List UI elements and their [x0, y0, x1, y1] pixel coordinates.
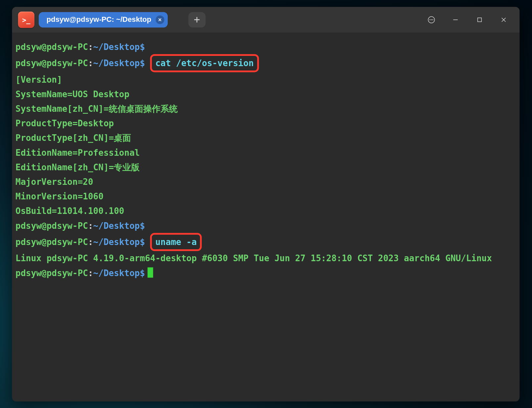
- prompt-sigil: $: [140, 42, 145, 52]
- ellipsis-circle-icon: [427, 16, 435, 23]
- terminal-viewport[interactable]: pdsyw@pdsyw-PC:~/Desktop$pdsyw@pdsyw-PC:…: [12, 33, 519, 401]
- prompt-path: ~/Desktop: [93, 268, 140, 278]
- prompt-sigil: $: [140, 237, 145, 247]
- terminal-output-line: MinorVersion=1060: [16, 189, 516, 204]
- plus-icon: +: [194, 14, 200, 26]
- terminal-output-line: SystemName[zh_CN]=统信桌面操作系统: [16, 102, 516, 116]
- prompt-user: pdsyw@pdsyw-PC: [16, 42, 88, 52]
- prompt-user: pdsyw@pdsyw-PC: [16, 268, 88, 278]
- terminal-output-line: SystemName=UOS Desktop: [16, 87, 516, 102]
- prompt-user: pdsyw@pdsyw-PC: [16, 58, 88, 68]
- prompt-user: pdsyw@pdsyw-PC: [16, 237, 88, 247]
- terminal-output-line: ProductType[zh_CN]=桌面: [16, 131, 516, 145]
- highlighted-command: uname -a: [150, 233, 202, 251]
- prompt-path: ~/Desktop: [93, 42, 140, 52]
- terminal-output-line: EditionName[zh_CN]=专业版: [16, 160, 516, 175]
- minimize-icon: [452, 16, 459, 23]
- prompt-path: ~/Desktop: [93, 221, 140, 231]
- terminal-output-line: [Version]: [16, 72, 516, 87]
- new-tab-button[interactable]: +: [188, 12, 205, 27]
- prompt-sigil: $: [140, 221, 145, 231]
- prompt-user: pdsyw@pdsyw-PC: [16, 221, 88, 231]
- close-button[interactable]: [494, 10, 513, 30]
- terminal-line: pdsyw@pdsyw-PC:~/Desktop$: [16, 218, 516, 233]
- terminal-output-line: ProductType=Desktop: [16, 116, 516, 131]
- tab-label: pdsyw@pdsyw-PC: ~/Desktop: [46, 16, 151, 24]
- svg-rect-5: [478, 18, 482, 22]
- terminal-output-line: MajorVersion=20: [16, 175, 516, 189]
- minimize-button[interactable]: [446, 10, 466, 30]
- maximize-icon: [476, 16, 483, 23]
- highlighted-command: cat /etc/os-version: [150, 54, 259, 72]
- terminal-window: >_ pdsyw@pdsyw-PC: ~/Desktop × + pdsyw@p…: [12, 7, 519, 401]
- close-icon: [500, 16, 508, 23]
- terminal-line: pdsyw@pdsyw-PC:~/Desktop$ uname -a: [16, 233, 516, 251]
- maximize-button[interactable]: [470, 10, 490, 30]
- prompt-path: ~/Desktop: [93, 58, 140, 68]
- terminal-line: pdsyw@pdsyw-PC:~/Desktop$ cat /etc/os-ve…: [16, 54, 516, 72]
- svg-point-1: [429, 19, 430, 20]
- terminal-output-line: Linux pdsyw-PC 4.19.0-arm64-desktop #603…: [16, 251, 516, 265]
- prompt-sigil: $: [140, 58, 145, 68]
- terminal-line: pdsyw@pdsyw-PC:~/Desktop$: [16, 265, 516, 280]
- menu-button[interactable]: [421, 10, 441, 30]
- svg-point-2: [431, 19, 432, 20]
- terminal-line: pdsyw@pdsyw-PC:~/Desktop$: [16, 40, 516, 54]
- app-icon: >_: [18, 12, 34, 28]
- prompt-path: ~/Desktop: [93, 237, 140, 247]
- terminal-output-line: EditionName=Professional: [16, 145, 516, 160]
- titlebar: >_ pdsyw@pdsyw-PC: ~/Desktop × +: [12, 7, 519, 33]
- cursor: [148, 267, 153, 278]
- tab-active[interactable]: pdsyw@pdsyw-PC: ~/Desktop ×: [39, 12, 168, 27]
- terminal-output-line: OsBuild=11014.100.100: [16, 204, 516, 218]
- prompt-sigil: $: [140, 268, 145, 278]
- svg-point-3: [432, 19, 433, 20]
- close-tab-icon[interactable]: ×: [155, 16, 164, 24]
